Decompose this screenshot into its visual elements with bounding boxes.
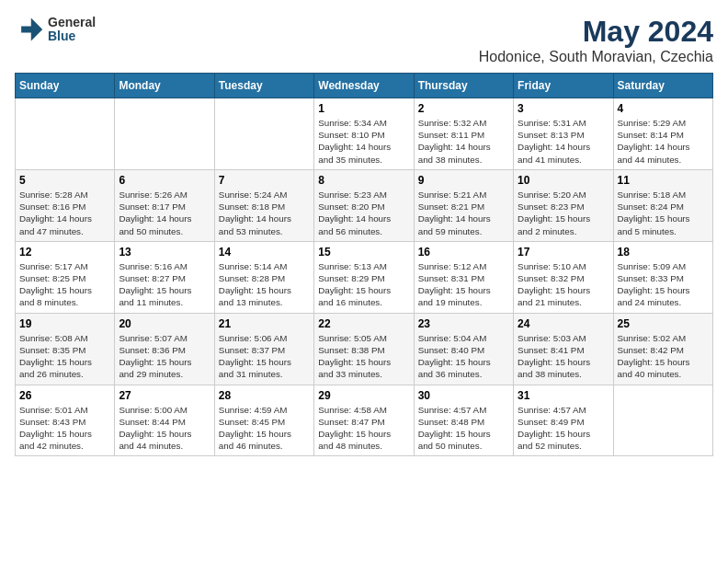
day-number: 3	[518, 102, 609, 115]
day-number: 20	[119, 317, 210, 330]
day-number: 22	[318, 317, 409, 330]
table-row: 19Sunrise: 5:08 AM Sunset: 8:35 PM Dayli…	[16, 313, 115, 385]
table-row: 12Sunrise: 5:17 AM Sunset: 8:25 PM Dayli…	[16, 241, 115, 313]
table-row: 13Sunrise: 5:16 AM Sunset: 8:27 PM Dayli…	[115, 241, 214, 313]
table-row	[16, 98, 115, 170]
day-number: 9	[418, 174, 509, 187]
table-row: 27Sunrise: 5:00 AM Sunset: 8:44 PM Dayli…	[115, 385, 214, 456]
day-info: Sunrise: 5:05 AM Sunset: 8:38 PM Dayligh…	[318, 332, 409, 381]
table-row: 14Sunrise: 5:14 AM Sunset: 8:28 PM Dayli…	[214, 241, 313, 313]
day-info: Sunrise: 5:00 AM Sunset: 8:44 PM Dayligh…	[119, 404, 210, 453]
table-row: 31Sunrise: 4:57 AM Sunset: 8:49 PM Dayli…	[514, 385, 613, 456]
day-number: 8	[318, 174, 409, 187]
table-row: 9Sunrise: 5:21 AM Sunset: 8:21 PM Daylig…	[414, 169, 513, 241]
header-sunday: Sunday	[16, 74, 115, 98]
table-row: 21Sunrise: 5:06 AM Sunset: 8:37 PM Dayli…	[214, 313, 313, 385]
day-info: Sunrise: 5:07 AM Sunset: 8:36 PM Dayligh…	[119, 332, 210, 381]
calendar-week-row: 1Sunrise: 5:34 AM Sunset: 8:10 PM Daylig…	[16, 98, 713, 170]
day-number: 12	[19, 246, 110, 259]
day-number: 11	[618, 174, 709, 187]
day-info: Sunrise: 5:01 AM Sunset: 8:43 PM Dayligh…	[19, 404, 110, 453]
weekday-header-row: Sunday Monday Tuesday Wednesday Thursday…	[16, 74, 713, 98]
day-number: 19	[19, 317, 110, 330]
day-info: Sunrise: 5:21 AM Sunset: 8:21 PM Dayligh…	[418, 189, 509, 237]
day-number: 28	[219, 389, 310, 402]
day-info: Sunrise: 5:26 AM Sunset: 8:17 PM Dayligh…	[119, 189, 210, 237]
header-monday: Monday	[115, 74, 214, 98]
table-row: 17Sunrise: 5:10 AM Sunset: 8:32 PM Dayli…	[514, 241, 613, 313]
table-row	[214, 98, 313, 170]
table-row: 4Sunrise: 5:29 AM Sunset: 8:14 PM Daylig…	[613, 98, 712, 170]
day-info: Sunrise: 5:09 AM Sunset: 8:33 PM Dayligh…	[618, 260, 709, 309]
day-number: 10	[518, 174, 609, 187]
header-friday: Friday	[514, 74, 613, 98]
table-row: 22Sunrise: 5:05 AM Sunset: 8:38 PM Dayli…	[314, 313, 414, 385]
table-row: 3Sunrise: 5:31 AM Sunset: 8:13 PM Daylig…	[514, 98, 613, 170]
logo: General Blue	[15, 15, 96, 44]
table-row: 26Sunrise: 5:01 AM Sunset: 8:43 PM Dayli…	[16, 385, 115, 456]
day-number: 30	[418, 389, 509, 402]
header-wednesday: Wednesday	[314, 74, 414, 98]
calendar-week-row: 19Sunrise: 5:08 AM Sunset: 8:35 PM Dayli…	[16, 313, 713, 385]
table-row: 11Sunrise: 5:18 AM Sunset: 8:24 PM Dayli…	[613, 169, 712, 241]
table-row: 1Sunrise: 5:34 AM Sunset: 8:10 PM Daylig…	[314, 98, 414, 170]
day-number: 26	[19, 389, 110, 402]
day-number: 18	[618, 246, 709, 259]
day-info: Sunrise: 5:28 AM Sunset: 8:16 PM Dayligh…	[19, 189, 110, 237]
table-row: 5Sunrise: 5:28 AM Sunset: 8:16 PM Daylig…	[16, 169, 115, 241]
day-number: 13	[119, 246, 210, 259]
day-info: Sunrise: 5:13 AM Sunset: 8:29 PM Dayligh…	[318, 260, 409, 309]
day-info: Sunrise: 5:17 AM Sunset: 8:25 PM Dayligh…	[19, 260, 110, 309]
table-row: 2Sunrise: 5:32 AM Sunset: 8:11 PM Daylig…	[414, 98, 513, 170]
day-number: 25	[618, 317, 709, 330]
table-row: 10Sunrise: 5:20 AM Sunset: 8:23 PM Dayli…	[514, 169, 613, 241]
calendar-week-row: 5Sunrise: 5:28 AM Sunset: 8:16 PM Daylig…	[16, 169, 713, 241]
day-number: 4	[618, 102, 709, 115]
table-row	[115, 98, 214, 170]
table-row: 18Sunrise: 5:09 AM Sunset: 8:33 PM Dayli…	[613, 241, 712, 313]
table-row: 16Sunrise: 5:12 AM Sunset: 8:31 PM Dayli…	[414, 241, 513, 313]
day-info: Sunrise: 5:04 AM Sunset: 8:40 PM Dayligh…	[418, 332, 509, 381]
table-row: 15Sunrise: 5:13 AM Sunset: 8:29 PM Dayli…	[314, 241, 414, 313]
header-saturday: Saturday	[613, 74, 712, 98]
day-info: Sunrise: 5:23 AM Sunset: 8:20 PM Dayligh…	[318, 189, 409, 237]
day-number: 2	[418, 102, 509, 115]
day-number: 29	[318, 389, 409, 402]
title-block: May 2024 Hodonice, South Moravian, Czech…	[479, 15, 713, 65]
day-info: Sunrise: 5:16 AM Sunset: 8:27 PM Dayligh…	[119, 260, 210, 309]
day-number: 17	[518, 246, 609, 259]
day-info: Sunrise: 4:59 AM Sunset: 8:45 PM Dayligh…	[219, 404, 310, 453]
table-row: 24Sunrise: 5:03 AM Sunset: 8:41 PM Dayli…	[514, 313, 613, 385]
day-number: 5	[19, 174, 110, 187]
day-info: Sunrise: 5:06 AM Sunset: 8:37 PM Dayligh…	[219, 332, 310, 381]
calendar-title: May 2024	[479, 15, 713, 49]
logo-icon	[15, 15, 44, 44]
logo-blue: Blue	[48, 29, 96, 43]
table-row: 7Sunrise: 5:24 AM Sunset: 8:18 PM Daylig…	[214, 169, 313, 241]
header-tuesday: Tuesday	[214, 74, 313, 98]
day-info: Sunrise: 5:29 AM Sunset: 8:14 PM Dayligh…	[618, 117, 709, 166]
day-info: Sunrise: 4:57 AM Sunset: 8:48 PM Dayligh…	[418, 404, 509, 453]
table-row: 28Sunrise: 4:59 AM Sunset: 8:45 PM Dayli…	[214, 385, 313, 456]
day-number: 31	[518, 389, 609, 402]
day-info: Sunrise: 5:24 AM Sunset: 8:18 PM Dayligh…	[219, 189, 310, 237]
day-number: 14	[219, 246, 310, 259]
calendar-subtitle: Hodonice, South Moravian, Czechia	[479, 49, 713, 65]
day-info: Sunrise: 5:10 AM Sunset: 8:32 PM Dayligh…	[518, 260, 609, 309]
table-row: 23Sunrise: 5:04 AM Sunset: 8:40 PM Dayli…	[414, 313, 513, 385]
table-row: 30Sunrise: 4:57 AM Sunset: 8:48 PM Dayli…	[414, 385, 513, 456]
day-info: Sunrise: 5:14 AM Sunset: 8:28 PM Dayligh…	[219, 260, 310, 309]
day-number: 1	[318, 102, 409, 115]
table-row: 29Sunrise: 4:58 AM Sunset: 8:47 PM Dayli…	[314, 385, 414, 456]
page-header: General Blue May 2024 Hodonice, South Mo…	[15, 15, 713, 65]
table-row	[613, 385, 712, 456]
day-info: Sunrise: 5:31 AM Sunset: 8:13 PM Dayligh…	[518, 117, 609, 166]
day-number: 21	[219, 317, 310, 330]
day-info: Sunrise: 5:18 AM Sunset: 8:24 PM Dayligh…	[618, 189, 709, 237]
day-number: 23	[418, 317, 509, 330]
table-row: 20Sunrise: 5:07 AM Sunset: 8:36 PM Dayli…	[115, 313, 214, 385]
day-info: Sunrise: 5:03 AM Sunset: 8:41 PM Dayligh…	[518, 332, 609, 381]
table-row: 25Sunrise: 5:02 AM Sunset: 8:42 PM Dayli…	[613, 313, 712, 385]
logo-text: General Blue	[48, 16, 96, 44]
day-info: Sunrise: 5:08 AM Sunset: 8:35 PM Dayligh…	[19, 332, 110, 381]
